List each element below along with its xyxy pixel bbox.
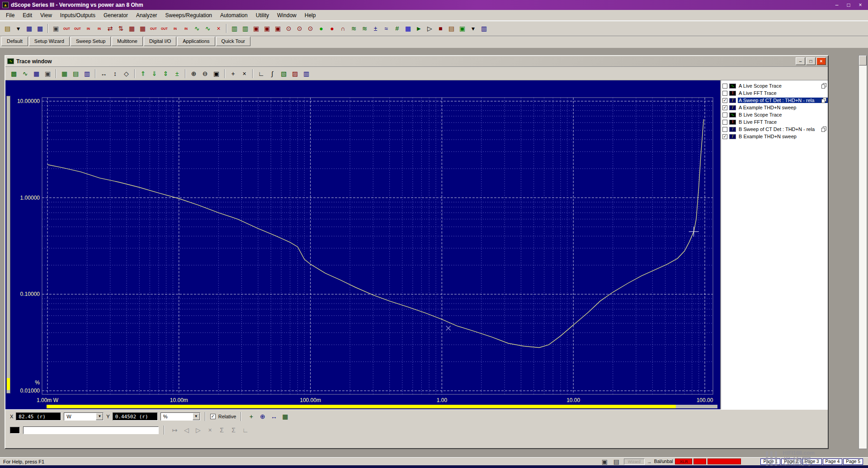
trace-label[interactable]: A Sweep of CT Det : THD+N - rela <box>738 98 828 103</box>
x-scrollbar[interactable] <box>47 405 717 408</box>
clock-sync-icon[interactable]: ⊙ <box>305 23 316 34</box>
print-trace-icon[interactable]: ▥ <box>301 68 311 79</box>
trace-list-item[interactable]: ✓/A Example THD+N sweep <box>721 104 828 111</box>
trace-close-button[interactable]: × <box>816 57 826 65</box>
clock-sample-rate-icon[interactable]: ⊙ <box>294 23 305 34</box>
trace-colors-icon[interactable]: ▨ <box>290 68 300 79</box>
cursor-next-icon[interactable]: ↔ <box>269 411 279 421</box>
trace-label[interactable]: B Live Scope Trace <box>738 112 783 117</box>
zoom-y-icon[interactable]: ↕ <box>110 68 120 79</box>
trace-style-icon[interactable]: ∿ <box>20 68 30 79</box>
trace-visible-checkbox[interactable]: ✓ <box>722 98 727 103</box>
meter-level-icon[interactable]: ▣ <box>273 23 283 34</box>
trace-visible-checkbox[interactable] <box>722 127 727 132</box>
chevron-down-icon[interactable]: ▼ <box>193 413 200 420</box>
minimize-button[interactable]: – <box>831 1 842 9</box>
overlay-icon[interactable]: ▧ <box>278 68 289 79</box>
shift-trace-up-icon[interactable]: ⇑ <box>138 68 148 79</box>
menu-inputs-outputs[interactable]: Inputs/Outputs <box>56 11 99 20</box>
filter-bell-icon[interactable]: ∩ <box>338 23 348 34</box>
page-button-page-5[interactable]: Page 5 <box>843 459 863 465</box>
tab-setup-wizard[interactable]: Setup Wizard <box>29 37 70 46</box>
zoom-in-icon[interactable]: ⊕ <box>189 68 199 79</box>
sweep-run-icon[interactable]: ≋ <box>359 23 370 34</box>
settling-icon[interactable]: ≈ <box>381 23 392 34</box>
automation-stop-icon[interactable]: ■ <box>435 23 446 34</box>
trace-label[interactable]: A Live Scope Trace <box>738 83 783 89</box>
copy-trace-icon[interactable] <box>821 83 827 89</box>
meter-thd-icon[interactable]: ▣ <box>262 23 272 34</box>
menu-view[interactable]: View <box>36 11 56 20</box>
cut-region-icon[interactable]: × <box>205 425 215 435</box>
trace-label[interactable]: A Example THD+N sweep <box>738 105 797 110</box>
generator-out-b-icon[interactable]: OUT <box>159 23 170 34</box>
menu-file[interactable]: File <box>2 11 19 20</box>
trace-label[interactable]: B Live FFT Trace <box>738 119 778 125</box>
io-mode-label[interactable]: Bal/unbal <box>654 459 673 464</box>
trace-list-item[interactable]: ‖B Live FFT Trace <box>721 118 828 126</box>
axes-setup-icon[interactable]: ∟ <box>256 68 266 79</box>
workspace-scrollbar[interactable] <box>859 55 867 449</box>
trace-restore-button[interactable]: □ <box>806 57 816 65</box>
digital-outputs-icon[interactable]: OUT <box>72 23 83 34</box>
cursor-x-unit-select[interactable]: W ▼ <box>64 412 104 421</box>
trace-label[interactable]: B Sweep of CT Det : THD+N - rela <box>738 126 816 132</box>
open-dropdown-icon[interactable]: ▾ <box>13 23 24 34</box>
cursor-x-value[interactable]: 82.45 (r) <box>16 412 61 421</box>
relative-checkbox[interactable]: ✓ <box>210 414 216 419</box>
save-trace-icon[interactable]: ▦ <box>31 68 42 79</box>
zoom-fit-icon[interactable]: ▣ <box>211 68 222 79</box>
vbscript-icon[interactable]: ▣ <box>457 23 467 34</box>
flag-right-icon[interactable]: ▷ <box>193 425 203 435</box>
scope-trace-icon[interactable]: ▥ <box>229 23 240 34</box>
menu-help[interactable]: Help <box>301 11 320 20</box>
clock-reference-icon[interactable]: ⊙ <box>283 23 294 34</box>
menu-analyzer[interactable]: Analyzer <box>132 11 161 20</box>
generator-out-a-icon[interactable]: OUT <box>148 23 159 34</box>
meter-rms-icon[interactable]: ▣ <box>251 23 261 34</box>
digital-io-status-icon[interactable]: ▦ <box>403 23 413 34</box>
limits-icon[interactable]: ∟ <box>240 425 250 435</box>
fft-trace-icon[interactable]: ▥ <box>240 23 250 34</box>
flag-left-icon[interactable]: ◁ <box>181 425 192 435</box>
stop-icon[interactable]: ● <box>327 23 337 34</box>
cursor-y-unit-select[interactable]: % ▼ <box>160 412 200 421</box>
generator-setup-icon[interactable]: ▦ <box>127 23 137 34</box>
tab-multitone[interactable]: Multitone <box>112 37 143 46</box>
tab-quick-tour[interactable]: Quick Tour <box>216 37 250 46</box>
waveform-a-icon[interactable]: ∿ <box>192 23 202 34</box>
menu-generator[interactable]: Generator <box>99 11 132 20</box>
expand-vertical-icon[interactable]: ⇕ <box>160 68 171 79</box>
mute-icon[interactable]: × <box>213 23 224 34</box>
trace-label[interactable]: A Live FFT Trace <box>738 90 778 96</box>
sigma-min-icon[interactable]: Σ <box>217 425 227 435</box>
start-icon[interactable]: ● <box>316 23 326 34</box>
chart-canvas[interactable]: 10.000001.000000.100000.01000%1.00m W10.… <box>5 80 720 409</box>
page-button-page-1[interactable]: Page 1 <box>760 459 780 465</box>
cursor-peak-icon[interactable]: ⊕ <box>257 411 268 421</box>
sweep-setup-icon[interactable]: ≋ <box>349 23 359 34</box>
tab-default[interactable]: Default <box>1 37 28 46</box>
trace-properties-icon[interactable]: ▩ <box>9 68 19 79</box>
trace-color-swatch[interactable] <box>10 427 20 434</box>
zoom-out-icon[interactable]: ⊖ <box>200 68 210 79</box>
cursor-add-icon[interactable]: + <box>246 411 256 421</box>
cursor-grid-icon[interactable]: ▦ <box>280 411 290 421</box>
waveform-b-icon[interactable]: ∿ <box>203 23 213 34</box>
trace-visible-checkbox[interactable]: ✓ <box>722 134 727 139</box>
chevron-down-icon[interactable]: ▼ <box>96 413 103 420</box>
grid-settings-icon[interactable]: ▦ <box>59 68 70 79</box>
log-scale-icon[interactable]: ∫ <box>267 68 278 79</box>
menu-automation[interactable]: Automation <box>216 11 252 20</box>
data-table-icon[interactable]: ▥ <box>82 68 92 79</box>
trace-visible-checkbox[interactable] <box>722 112 727 117</box>
trace-list-item[interactable]: ✓/A Sweep of CT Det : THD+N - rela <box>721 97 828 104</box>
regulation-icon[interactable]: ± <box>370 23 381 34</box>
shift-trace-down-icon[interactable]: ⇓ <box>149 68 160 79</box>
page-button-page-4[interactable]: Page 4 <box>823 459 843 465</box>
trace-window-titlebar[interactable]: ∿ Trace window – □ × <box>5 56 828 67</box>
page-button-page-2[interactable]: Page 2 <box>781 459 801 465</box>
tab-sweep-setup[interactable]: Sweep Setup <box>71 37 111 46</box>
trace-list-item[interactable]: ‖A Live FFT Trace <box>721 89 828 97</box>
apply-annotation-icon[interactable]: ↦ <box>170 425 180 435</box>
